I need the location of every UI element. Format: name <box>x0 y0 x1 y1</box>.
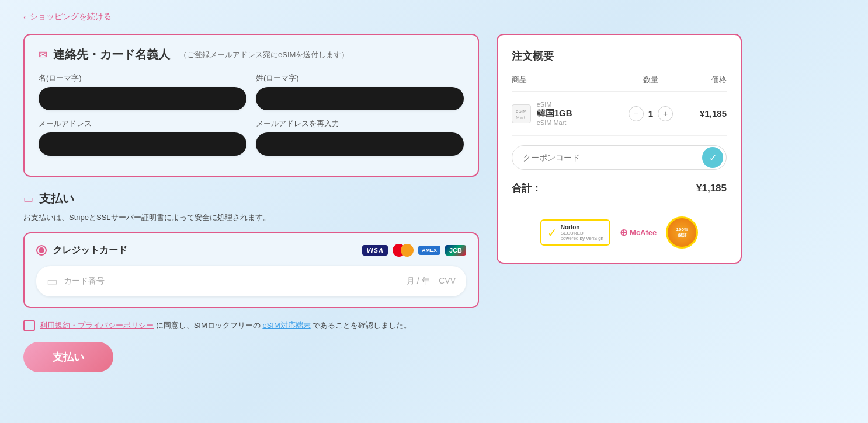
terms-checkbox[interactable] <box>23 320 35 331</box>
terms-text: 利用規約・プライバシーポリシー に同意し、SIMロックフリーの eSIM対応端末… <box>40 320 411 331</box>
terms-text2: に同意し、SIMロックフリーの <box>156 321 261 330</box>
chevron-left-icon: ‹ <box>23 12 26 22</box>
payment-section: ▭ 支払い お支払いは、StripeとSSLサーバー証明書によって安全に処理され… <box>23 191 479 372</box>
quantity-increase-button[interactable]: + <box>658 106 673 121</box>
email-confirm-label: メールアドレスを再入力 <box>256 118 464 129</box>
order-summary-title: 注文概要 <box>512 49 727 63</box>
guarantee-badge: 100%保証 <box>666 216 698 249</box>
visa-logo: VISA <box>362 245 388 256</box>
total-row: 合計： ¥1,185 <box>512 181 727 195</box>
card-section-icon: ▭ <box>23 193 33 205</box>
email-row: メールアドレス メールアドレスを再入力 <box>39 118 464 156</box>
back-link[interactable]: ‹ ショッピングを続ける <box>23 12 845 22</box>
left-panel: ✉ 連絡先・カード名義人 （ご登録メールアドレス宛にeSIMを送付します） 名(… <box>23 34 479 372</box>
quantity-decrease-button[interactable]: − <box>629 106 644 121</box>
norton-text-group: Norton SECURED powered by VeriSign <box>561 224 603 241</box>
credit-card-box: クレジットカード VISA AMEX JCB ▭ <box>23 232 479 308</box>
first-name-input[interactable] <box>39 87 246 110</box>
mastercard-logo <box>393 244 414 257</box>
norton-secured-label: SECURED <box>561 230 603 236</box>
total-label: 合計： <box>512 181 541 195</box>
credit-card-radio[interactable] <box>36 245 47 256</box>
coupon-apply-button[interactable]: ✓ <box>702 147 723 168</box>
payment-header: ▭ 支払い <box>23 191 479 207</box>
norton-secured-text: Norton <box>561 224 603 230</box>
quantity-value: 1 <box>648 109 653 118</box>
item-category: eSIM <box>537 101 622 108</box>
card-logos: VISA AMEX JCB <box>362 244 466 257</box>
submit-button[interactable]: 支払い <box>23 342 113 372</box>
esim-link[interactable]: eSIM対応端末 <box>262 321 310 330</box>
card-number-placeholder: カード番号 <box>64 276 105 286</box>
email-group: メールアドレス <box>39 118 246 156</box>
card-header-left: クレジットカード <box>36 244 127 257</box>
total-price: ¥1,185 <box>696 183 727 194</box>
guarantee-text: 100%保証 <box>676 227 688 238</box>
coupon-row: ✓ <box>512 145 727 170</box>
trust-badges: ✓ Norton SECURED powered by VeriSign ⊕ M… <box>512 207 727 249</box>
order-summary-box: 注文概要 商品 数量 価格 eSIM Mart eSIM 韓国1GB eSIM … <box>497 34 742 264</box>
last-name-group: 姓(ローマ字) <box>256 73 464 110</box>
order-item: eSIM Mart eSIM 韓国1GB eSIM Mart − 1 + ¥1,… <box>512 101 727 136</box>
card-number-left: ▭ カード番号 <box>47 274 105 288</box>
email-confirm-input[interactable] <box>256 132 464 156</box>
card-header: クレジットカード VISA AMEX JCB <box>36 244 466 257</box>
item-name: 韓国1GB <box>537 108 622 119</box>
amex-logo: AMEX <box>418 246 440 255</box>
email-input[interactable] <box>39 132 246 156</box>
card-number-row: ▭ カード番号 月 / 年 CVV <box>36 266 466 296</box>
terms-link[interactable]: 利用規約・プライバシーポリシー <box>40 321 154 330</box>
norton-outer: ✓ Norton SECURED powered by VeriSign <box>540 219 610 246</box>
payment-description: お支払いは、StripeとSSLサーバー証明書によって安全に処理されます。 <box>23 212 479 223</box>
col-price-header: 価格 <box>680 75 727 85</box>
card-icon: ▭ <box>47 274 58 288</box>
contact-header: ✉ 連絡先・カード名義人 （ご登録メールアドレス宛にeSIMを送付します） <box>39 47 464 62</box>
first-name-label: 名(ローマ字) <box>39 73 246 83</box>
name-row: 名(ローマ字) 姓(ローマ字) <box>39 73 464 110</box>
norton-check-icon: ✓ <box>547 226 557 240</box>
norton-badge: ✓ Norton SECURED powered by VeriSign <box>540 219 610 246</box>
item-quantity: − 1 + <box>622 106 680 121</box>
jcb-logo: JCB <box>445 245 466 256</box>
item-info: eSIM 韓国1GB eSIM Mart <box>537 101 622 126</box>
coupon-input[interactable] <box>512 145 727 170</box>
mail-icon: ✉ <box>39 48 47 61</box>
right-panel: 注文概要 商品 数量 価格 eSIM Mart eSIM 韓国1GB eSIM … <box>497 34 742 264</box>
mcafee-icon: ⊕ <box>620 227 627 238</box>
card-expiry-cvv: 月 / 年 CVV <box>407 276 456 286</box>
cvv-placeholder: CVV <box>439 276 456 285</box>
item-price: ¥1,185 <box>680 109 727 118</box>
col-product-header: 商品 <box>512 75 622 85</box>
email-confirm-group: メールアドレスを再入力 <box>256 118 464 156</box>
col-qty-header: 数量 <box>622 75 680 85</box>
terms-row: 利用規約・プライバシーポリシー に同意し、SIMロックフリーの eSIM対応端末… <box>23 320 479 331</box>
last-name-input[interactable] <box>256 87 464 110</box>
last-name-label: 姓(ローマ字) <box>256 73 464 83</box>
item-vendor: eSIM Mart <box>537 119 622 126</box>
expiry-placeholder: 月 / 年 <box>407 276 430 285</box>
first-name-group: 名(ローマ字) <box>39 73 246 110</box>
contact-section: ✉ 連絡先・カード名義人 （ご登録メールアドレス宛にeSIMを送付します） 名(… <box>23 34 479 177</box>
mcafee-badge: ⊕ McAfee <box>620 227 657 238</box>
radio-dot-inner <box>39 247 44 253</box>
mcafee-label: McAfee <box>630 228 657 237</box>
email-label: メールアドレス <box>39 118 246 129</box>
credit-card-label: クレジットカード <box>53 244 127 257</box>
item-logo: eSIM Mart <box>512 104 531 123</box>
norton-powered-text: powered by VeriSign <box>561 236 603 241</box>
order-table-header: 商品 数量 価格 <box>512 75 727 92</box>
terms-text4: であることを確認しました。 <box>313 321 411 330</box>
